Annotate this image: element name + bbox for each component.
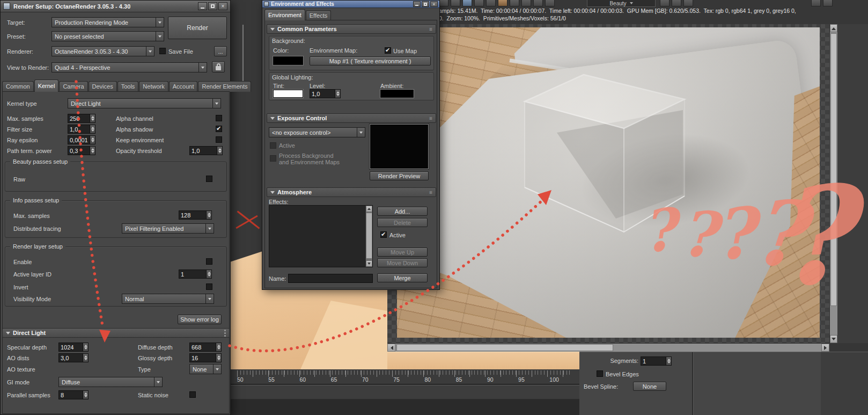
tab-devices[interactable]: Devices <box>89 81 117 92</box>
vfb-toolbar-icon[interactable] <box>451 0 460 6</box>
effects-list-scrollbar[interactable] <box>365 206 372 267</box>
vfb-toolbar-icon[interactable] <box>510 0 519 6</box>
spinner-arrows[interactable] <box>90 114 95 123</box>
ao-dists-spinner[interactable]: 3,0 <box>58 353 89 362</box>
ao-dists-value[interactable]: 3,0 <box>58 353 83 362</box>
tab-common[interactable]: Common <box>2 81 34 92</box>
scroll-right-button[interactable] <box>821 344 829 352</box>
scroll-up-button[interactable] <box>830 24 837 32</box>
common-parameters-header[interactable]: Common Parameters ≡ <box>267 24 436 34</box>
active-layer-id-spinner[interactable]: 1 <box>179 270 212 279</box>
vfb-toolbar-icon[interactable] <box>474 0 484 6</box>
enable-checkbox[interactable] <box>206 258 212 265</box>
info-max-samples-spinner[interactable]: 128 <box>179 210 212 220</box>
filter-size-spinner[interactable]: 1,0 <box>68 125 95 134</box>
timeline-ruler[interactable]: 50 55 60 65 70 75 80 85 90 95 100 <box>231 369 579 384</box>
vfb-toolbar-icon[interactable] <box>498 0 507 6</box>
spinner-arrows[interactable] <box>216 343 222 352</box>
rollout-menu-icon[interactable] <box>224 330 226 331</box>
render-preview-button[interactable]: Render Preview <box>370 171 429 180</box>
ray-epsilon-value[interactable]: 0,0001 <box>68 135 90 144</box>
vfb-toolbar-icon[interactable] <box>823 0 833 6</box>
specular-depth-value[interactable]: 1024 <box>58 343 83 352</box>
vfb-toolbar-icon[interactable] <box>811 0 821 6</box>
maximize-button[interactable] <box>208 2 217 10</box>
minimize-button[interactable] <box>198 2 207 10</box>
opacity-threshold-spinner[interactable]: 1,0 <box>189 146 223 155</box>
effects-listbox[interactable] <box>269 205 373 267</box>
filter-size-value[interactable]: 1,0 <box>68 125 90 134</box>
target-dropdown[interactable]: Production Rendering Mode <box>52 17 164 27</box>
save-file-browse-button[interactable]: ... <box>214 46 227 56</box>
keep-environment-checkbox[interactable] <box>216 136 222 143</box>
scroll-up-button[interactable] <box>366 206 372 212</box>
spinner-arrows[interactable] <box>206 270 212 279</box>
tab-camera[interactable]: Camera <box>59 81 87 92</box>
vfb-toolbar-icon[interactable] <box>545 0 555 6</box>
parallel-samples-spinner[interactable]: 8 <box>58 390 89 399</box>
spinner-arrows[interactable] <box>666 356 672 366</box>
ray-epsilon-spinner[interactable]: 0,0001 <box>68 135 95 144</box>
environment-map-button[interactable]: Map #1 ( Texture environment ) <box>310 56 431 65</box>
close-button[interactable]: × <box>430 1 438 7</box>
spinner-arrows[interactable] <box>90 125 95 134</box>
spinner-arrows[interactable] <box>216 353 222 362</box>
tab-effects[interactable]: Effects <box>306 10 331 20</box>
bevel-edges-checkbox[interactable] <box>597 370 603 377</box>
vfb-toolbar-icon[interactable] <box>533 0 543 6</box>
invert-checkbox[interactable] <box>206 283 212 290</box>
merge-button[interactable]: Merge <box>377 273 428 282</box>
vfb-toolbar-icon[interactable] <box>660 0 670 6</box>
level-value[interactable]: 1,0 <box>310 89 335 98</box>
parallel-samples-value[interactable]: 8 <box>58 390 83 399</box>
move-down-button[interactable]: Move Down <box>377 258 428 267</box>
spinner-arrows[interactable] <box>83 343 89 352</box>
vertical-scroll-thumb[interactable] <box>830 33 837 306</box>
alpha-channel-checkbox[interactable] <box>216 115 222 121</box>
viewport-lock-button[interactable] <box>212 61 225 72</box>
track-bar[interactable] <box>231 385 579 399</box>
glossy-depth-value[interactable]: 16 <box>189 353 216 362</box>
alpha-shadow-checkbox[interactable] <box>216 126 222 132</box>
vfb-toolbar-icon[interactable] <box>439 0 448 6</box>
bevel-spline-button[interactable]: None <box>633 382 666 391</box>
level-spinner[interactable]: 1,0 <box>310 89 341 98</box>
spinner-arrows[interactable] <box>83 390 89 399</box>
raw-checkbox[interactable] <box>206 176 212 182</box>
info-max-samples-value[interactable]: 128 <box>179 210 206 220</box>
scroll-left-button[interactable] <box>387 344 395 352</box>
atmosphere-header[interactable]: Atmosphere ≡ <box>267 187 436 197</box>
vfb-toolbar-icon[interactable] <box>462 0 472 6</box>
distributed-tracing-dropdown[interactable]: Pixel Filtering Enabled <box>122 223 214 234</box>
tab-render-elements[interactable]: Render Elements <box>198 81 251 92</box>
tab-account[interactable]: Account <box>169 81 198 92</box>
show-error-log-button[interactable]: Show error log <box>178 315 222 324</box>
environment-titlebar[interactable]: Environment and Effects × <box>262 1 439 8</box>
specular-depth-spinner[interactable]: 1024 <box>58 343 89 352</box>
move-up-button[interactable]: Move Up <box>377 247 428 257</box>
tab-tools[interactable]: Tools <box>117 81 139 92</box>
path-term-power-spinner[interactable]: 0,3 <box>68 146 95 155</box>
spinner-arrows[interactable] <box>90 135 95 144</box>
preset-dropdown[interactable]: No preset selected <box>52 31 164 41</box>
glossy-depth-spinner[interactable]: 16 <box>189 353 222 362</box>
active-layer-id-value[interactable]: 1 <box>179 270 206 279</box>
spinner-arrows[interactable] <box>83 353 89 362</box>
static-noise-checkbox[interactable] <box>189 391 196 398</box>
scroll-down-button[interactable] <box>366 260 372 267</box>
renderer-dropdown[interactable]: OctaneRender 3.05.3 - 4.30 <box>52 46 155 56</box>
diffuse-depth-value[interactable]: 668 <box>189 343 216 352</box>
visibility-mode-dropdown[interactable]: Normal <box>122 294 214 304</box>
scroll-down-button[interactable] <box>830 335 837 343</box>
max-samples-value[interactable]: 250 <box>68 114 90 123</box>
segments-value[interactable]: 1 <box>641 356 666 366</box>
delete-effect-button[interactable]: Delete <box>377 218 428 227</box>
maximize-button[interactable] <box>422 1 429 7</box>
kernel-type-dropdown[interactable]: Direct Light <box>68 98 221 108</box>
vfb-toolbar-icon[interactable] <box>672 0 681 6</box>
vfb-toolbar-icon[interactable] <box>486 0 496 6</box>
direct-light-rollout-header[interactable]: Direct Light <box>2 328 230 338</box>
minimize-button[interactable] <box>413 1 421 7</box>
spinner-arrows[interactable] <box>206 210 212 220</box>
horizontal-scroll-thumb[interactable] <box>396 344 613 351</box>
